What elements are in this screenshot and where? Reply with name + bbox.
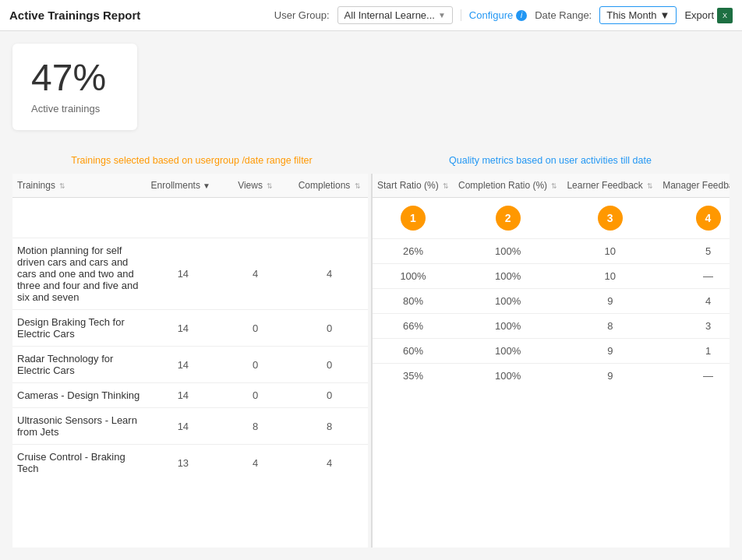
badge-row: 1234	[373, 198, 730, 239]
manager_feedback-value: —	[658, 364, 730, 389]
completion_ratio-value: 100%	[454, 289, 562, 314]
right-table: Start Ratio (%) ⇅ Completion Ratio (%) ⇅…	[373, 174, 730, 388]
views-value: 0	[220, 310, 291, 347]
completions-value: 4	[291, 445, 368, 481]
manager_feedback-value: —	[658, 264, 730, 289]
table-row: 100%100%10—	[373, 264, 730, 289]
chevron-down-icon-date: ▼	[660, 9, 670, 21]
enrollments-value: 14	[147, 408, 221, 445]
badge-cell-2: 2	[454, 198, 562, 239]
table-row: Design Braking Tech for Electric Cars140…	[12, 310, 368, 347]
main-content: 47% Active trainings Trainings selected …	[0, 31, 742, 560]
stats-card: 47% Active trainings	[12, 44, 137, 130]
header: Active Trainings Report User Group: All …	[0, 0, 742, 31]
table-row: 66%100%83	[373, 314, 730, 339]
left-table: Trainings ⇅ Enrollments ▼ Views ⇅ Comple…	[12, 174, 368, 481]
completions-value: 0	[291, 347, 368, 383]
sort-icon-learner: ⇅	[647, 182, 653, 190]
learner_feedback-value: 8	[562, 314, 658, 339]
completions-value: 4	[291, 238, 368, 310]
user-group-label: User Group:	[274, 9, 330, 21]
completion_ratio-value: 100%	[454, 314, 562, 339]
right-table-container: Start Ratio (%) ⇅ Completion Ratio (%) ⇅…	[373, 174, 730, 548]
badge-cell-1: 1	[373, 198, 454, 239]
table-row: 26%100%105	[373, 239, 730, 264]
user-group-value: All Internal Learne...	[344, 9, 435, 21]
th-views[interactable]: Views ⇅	[220, 174, 291, 198]
date-range-value: This Month	[606, 9, 656, 21]
th-enrollments[interactable]: Enrollments ▼	[147, 174, 221, 198]
start_ratio-value: 66%	[373, 314, 454, 339]
date-range-label: Date Range:	[535, 9, 592, 21]
orange-badge-2: 2	[496, 206, 521, 231]
sort-icon: ⇅	[59, 182, 65, 190]
left-table-container: Trainings ⇅ Enrollments ▼ Views ⇅ Comple…	[12, 174, 371, 548]
configure-button[interactable]: Configure i	[461, 9, 527, 21]
table-row: Motion planning for self driven cars and…	[12, 238, 368, 310]
configure-label: Configure	[469, 9, 513, 21]
views-value: 4	[220, 445, 291, 481]
section-banners: Trainings selected based on usergroup /d…	[12, 155, 730, 171]
left-banner: Trainings selected based on usergroup /d…	[12, 155, 371, 171]
th-start-ratio[interactable]: Start Ratio (%) ⇅	[373, 174, 454, 198]
manager_feedback-value: 4	[658, 289, 730, 314]
manager_feedback-value: 3	[658, 314, 730, 339]
views-value: 4	[220, 238, 291, 310]
start_ratio-value: 35%	[373, 364, 454, 389]
completions-value: 0	[291, 383, 368, 408]
header-controls: User Group: All Internal Learne... ▼ Con…	[274, 6, 733, 24]
sort-icon-completion-ratio: ⇅	[551, 182, 557, 190]
training-name: Cruise Control - Braking Tech	[12, 445, 147, 481]
completion_ratio-value: 100%	[454, 264, 562, 289]
training-name: Ultrasonic Sensors - Learn from Jets	[12, 408, 147, 445]
views-value: 8	[220, 408, 291, 445]
completion_ratio-value: 100%	[454, 339, 562, 364]
active-trainings-percentage: 47%	[31, 59, 118, 97]
learner_feedback-value: 9	[562, 364, 658, 389]
start_ratio-value: 80%	[373, 289, 454, 314]
enrollments-value: 14	[147, 238, 221, 310]
enrollments-value: 14	[147, 347, 221, 383]
table-row: Cruise Control - Braking Tech1344	[12, 445, 368, 481]
export-button[interactable]: Export X	[684, 8, 733, 23]
completions-value: 0	[291, 310, 368, 347]
th-completion-ratio[interactable]: Completion Ratio (%) ⇅	[454, 174, 562, 198]
th-learner-feedback[interactable]: Learner Feedback ⇅	[562, 174, 658, 198]
tables-row: Trainings ⇅ Enrollments ▼ Views ⇅ Comple…	[12, 174, 730, 548]
right-banner: Quality metrics based on user activities…	[371, 155, 730, 171]
badge-cell-4: 4	[658, 198, 730, 239]
spacer-row	[12, 198, 368, 238]
export-excel-icon: X	[717, 8, 733, 23]
views-value: 0	[220, 383, 291, 408]
learner_feedback-value: 9	[562, 289, 658, 314]
sort-icon-start: ⇅	[443, 182, 449, 190]
th-completions[interactable]: Completions ⇅	[291, 174, 368, 198]
learner_feedback-value: 10	[562, 264, 658, 289]
table-row: 35%100%9—	[373, 364, 730, 389]
table-row: 80%100%94	[373, 289, 730, 314]
date-range-dropdown[interactable]: This Month ▼	[599, 6, 677, 24]
learner_feedback-value: 10	[562, 239, 658, 264]
completion_ratio-value: 100%	[454, 364, 562, 389]
completion_ratio-value: 100%	[454, 239, 562, 264]
enrollments-value: 14	[147, 383, 221, 408]
enrollments-value: 14	[147, 310, 221, 347]
manager_feedback-value: 5	[658, 239, 730, 264]
th-manager-feedback[interactable]: Manager Feedback ⇅	[658, 174, 730, 198]
info-icon: i	[516, 10, 527, 21]
table-row: Radar Technology for Electric Cars1400	[12, 347, 368, 383]
training-name: Cameras - Design Thinking	[12, 383, 147, 408]
manager_feedback-value: 1	[658, 339, 730, 364]
table-row: 60%100%91	[373, 339, 730, 364]
page-title: Active Trainings Report	[9, 9, 140, 22]
th-trainings[interactable]: Trainings ⇅	[12, 174, 147, 198]
table-row: Ultrasonic Sensors - Learn from Jets1488	[12, 408, 368, 445]
table-row: Cameras - Design Thinking1400	[12, 383, 368, 408]
start_ratio-value: 26%	[373, 239, 454, 264]
badge-cell-3: 3	[562, 198, 658, 239]
training-name: Design Braking Tech for Electric Cars	[12, 310, 147, 347]
orange-badge-1: 1	[401, 206, 426, 231]
top-section: 47% Active trainings	[12, 44, 730, 146]
completions-value: 8	[291, 408, 368, 445]
user-group-dropdown[interactable]: All Internal Learne... ▼	[337, 6, 453, 24]
